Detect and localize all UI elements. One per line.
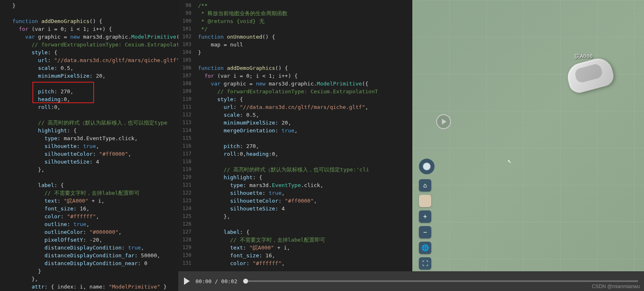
map-viewport[interactable]: 皖A000 ↖ ⌂ + − 🌐 ⛶ — [412, 0, 644, 271]
zoom-out-button[interactable]: − — [419, 226, 431, 238]
video-time: 00:00 / 00:02 — [196, 278, 237, 284]
fullscreen-button[interactable]: ⛶ — [419, 257, 431, 270]
map-controls: ⌂ + − 🌐 ⛶ — [419, 159, 435, 270]
line-gutter: 98 99 100 101 102 103 104 105 106 107 10… — [178, 0, 195, 271]
left-code-editor[interactable]: } function addDemoGraphics() { for (var … — [0, 0, 178, 291]
cursor-icon: ↖ — [508, 157, 512, 165]
progress-thumb[interactable] — [243, 279, 248, 284]
play-button[interactable] — [436, 114, 451, 129]
car-label: 皖A000 — [575, 53, 593, 60]
right-panel: 98 99 100 101 102 103 104 105 106 107 10… — [178, 0, 644, 291]
map-grid — [412, 0, 644, 271]
video-controls: 00:00 / 00:02 — [178, 271, 644, 291]
blank-button[interactable] — [419, 195, 431, 207]
globe-button[interactable]: 🌐 — [419, 242, 431, 254]
video-progress[interactable] — [243, 280, 638, 282]
right-code-editor[interactable]: 98 99 100 101 102 103 104 105 106 107 10… — [178, 0, 412, 271]
home-button[interactable]: ⌂ — [419, 179, 431, 192]
code-left: } function addDemoGraphics() { for (var … — [12, 2, 178, 291]
compass-button[interactable] — [419, 159, 435, 174]
watermark: CSDN @mianmianwu — [592, 284, 640, 289]
video-play-button[interactable] — [184, 277, 190, 285]
code-right: /** * 释放当前地图业务的生命周期函数 * @returns {void} … — [198, 2, 409, 267]
zoom-in-button[interactable]: + — [419, 210, 431, 223]
